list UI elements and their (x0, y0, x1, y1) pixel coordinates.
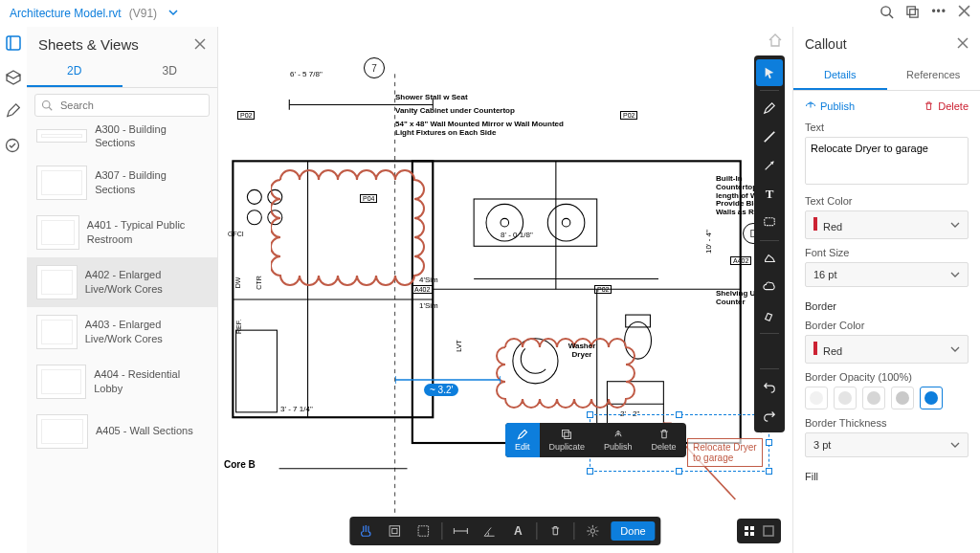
sheets-title: Sheets & Views (38, 36, 139, 53)
border-section-label: Border (805, 300, 969, 312)
markup-tool[interactable]: A (507, 520, 528, 542)
pencil-tool[interactable] (756, 95, 783, 122)
more-icon[interactable]: ••• (931, 5, 947, 22)
sheet-item[interactable]: A307 - Building Sections (27, 158, 217, 208)
model-icon[interactable] (5, 69, 22, 86)
drawing-canvas[interactable]: 7 D Shower Stall w Seat Vanity Cabinet u… (218, 27, 792, 553)
svg-rect-49 (565, 432, 571, 439)
svg-point-30 (247, 189, 261, 204)
trash-tool[interactable] (545, 520, 566, 542)
arrow-tool[interactable] (756, 152, 783, 179)
sheet-item[interactable]: A404 - Residential Lobby (27, 357, 217, 407)
border-opacity-label: Border Opacity (100%) (805, 371, 969, 383)
top-header: Architecture Model.rvt (V91) ••• (0, 0, 980, 27)
text-tool[interactable]: T (756, 181, 783, 208)
line-tool[interactable] (756, 123, 783, 150)
close-panel-icon[interactable] (957, 36, 969, 52)
text-color-label: Text Color (805, 195, 969, 207)
svg-rect-29 (236, 330, 278, 412)
highlight-tool[interactable] (756, 302, 783, 329)
file-version: (V91) (129, 7, 157, 20)
view-toggle (737, 519, 781, 543)
cloud-tool[interactable] (756, 274, 783, 300)
color-tool[interactable] (756, 338, 783, 365)
pan-tool[interactable] (355, 520, 376, 542)
single-view-icon[interactable] (759, 521, 778, 541)
redo-tool[interactable] (756, 402, 783, 429)
border-thickness-select[interactable]: 3 pt (805, 432, 969, 457)
publish-button[interactable]: Publish (594, 423, 642, 457)
svg-rect-23 (474, 199, 597, 246)
opacity-option[interactable] (891, 387, 914, 409)
sheet-list[interactable]: A300 - Building Sections A307 - Building… (27, 122, 217, 553)
opacity-option[interactable] (805, 387, 828, 409)
border-color-label: Border Color (805, 320, 969, 331)
svg-rect-59 (745, 532, 748, 536)
delete-button[interactable]: Delete (642, 423, 686, 457)
svg-point-20 (501, 218, 509, 227)
tab-references[interactable]: References (887, 61, 981, 90)
bottom-toolbar: A Done (349, 517, 660, 545)
measurement-chip[interactable]: ~ 3.2' (424, 384, 458, 396)
fill-section-label: Fill (805, 471, 969, 482)
svg-rect-58 (750, 526, 754, 530)
publish-link[interactable]: Publish (805, 100, 855, 112)
svg-rect-3 (910, 10, 918, 17)
sheet-item[interactable]: A300 - Building Sections (27, 122, 217, 158)
search-input[interactable] (34, 94, 210, 117)
svg-point-21 (547, 204, 585, 241)
text-color-select[interactable]: Red (805, 210, 969, 239)
font-size-label: Font Size (805, 247, 969, 258)
font-size-select[interactable]: 16 pt (805, 262, 969, 287)
region-tool[interactable] (412, 520, 434, 542)
border-thickness-label: Border Thickness (805, 417, 969, 429)
border-color-select[interactable]: Red (805, 335, 969, 364)
sheet-item[interactable]: A403 - Enlarged Live/Work Cores (27, 307, 217, 357)
opacity-option[interactable] (862, 387, 885, 409)
svg-point-7 (7, 140, 19, 152)
undo-tool[interactable] (756, 373, 783, 400)
tab-details[interactable]: Details (793, 61, 887, 90)
sheet-item[interactable]: A402 - Enlarged Live/Work Cores (27, 257, 217, 307)
settings-tool[interactable] (582, 520, 603, 542)
duplicate-button[interactable]: Duplicate (540, 423, 595, 457)
sheets-icon[interactable] (5, 34, 22, 52)
pointer-tool[interactable] (756, 59, 783, 86)
svg-rect-61 (764, 526, 773, 536)
shape-tool[interactable] (756, 245, 783, 272)
svg-point-32 (247, 210, 261, 225)
close-icon[interactable] (958, 5, 970, 22)
chevron-down-icon[interactable] (168, 7, 178, 20)
fit-tool[interactable] (384, 520, 405, 542)
search-icon[interactable] (880, 5, 894, 22)
svg-rect-57 (745, 526, 748, 530)
svg-rect-48 (563, 431, 569, 437)
close-panel-icon[interactable] (194, 36, 206, 53)
sheets-panel: Sheets & Views 2D 3D A300 - Building Sec… (27, 27, 218, 553)
left-rail (0, 27, 27, 553)
svg-rect-51 (392, 528, 397, 533)
grid-view-icon[interactable] (740, 521, 759, 541)
angle-tool[interactable] (479, 520, 500, 542)
done-button[interactable]: Done (611, 521, 655, 541)
measure-tool[interactable] (450, 520, 471, 542)
svg-rect-60 (750, 532, 754, 536)
callout-annotation[interactable]: Relocate Dryerto garage (687, 438, 763, 467)
opacity-option[interactable] (834, 387, 857, 409)
sheet-item[interactable]: A405 - Wall Sections (27, 407, 217, 456)
grid-bubble: 7 (364, 57, 385, 78)
clone-icon[interactable] (905, 5, 920, 22)
delete-link[interactable]: Delete (924, 100, 969, 112)
check-circle-icon[interactable] (5, 138, 22, 155)
tab-2d[interactable]: 2D (27, 56, 122, 87)
tab-3d[interactable]: 3D (122, 56, 218, 87)
file-name[interactable]: Architecture Model.rvt (10, 7, 122, 20)
callout-text-input[interactable] (805, 137, 969, 185)
edit-button[interactable]: Edit (505, 423, 540, 457)
callout-tool[interactable] (756, 210, 783, 236)
opacity-option[interactable] (920, 387, 943, 409)
text-label: Text (805, 122, 969, 133)
pencil-icon[interactable] (5, 103, 22, 121)
sheet-item[interactable]: A401 - Typical Public Restroom (27, 208, 217, 257)
svg-rect-2 (907, 7, 915, 14)
